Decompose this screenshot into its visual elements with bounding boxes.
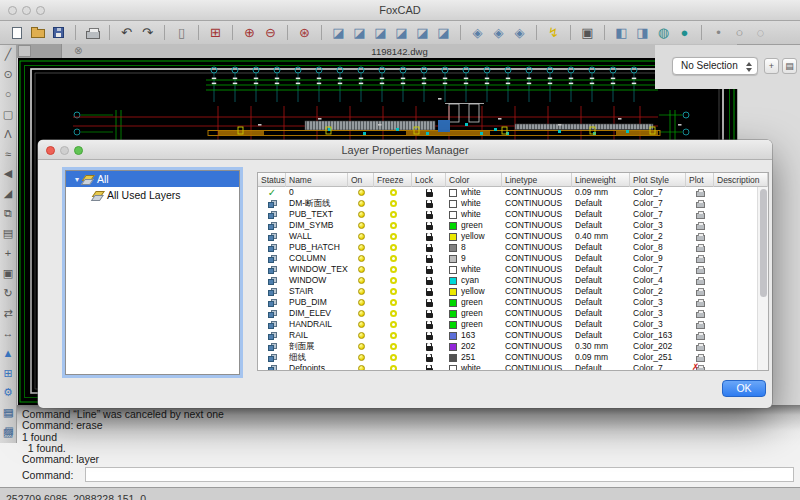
properties-page-button[interactable]: ▯ bbox=[171, 24, 192, 42]
color-swatch[interactable] bbox=[449, 288, 457, 296]
new-file-button[interactable] bbox=[6, 24, 27, 42]
layer-lock-toggle[interactable] bbox=[412, 200, 446, 208]
circle-tool[interactable]: ⊙ bbox=[3, 65, 12, 85]
layer-lineweight-cell[interactable]: Default bbox=[572, 275, 630, 286]
open-file-button[interactable] bbox=[27, 24, 48, 42]
layer-on-toggle[interactable] bbox=[348, 288, 374, 295]
layer-lineweight-cell[interactable]: Default bbox=[572, 220, 630, 231]
select-tool[interactable]: ◀ bbox=[4, 164, 12, 184]
layer-color-cell[interactable]: 8 bbox=[446, 242, 502, 253]
layer-row[interactable]: COLUMN9CONTINUOUSDefaultColor_9 bbox=[258, 253, 768, 264]
zoom-out-button[interactable]: ⊖ bbox=[260, 24, 281, 42]
color-swatch[interactable] bbox=[449, 244, 457, 252]
layer-row[interactable]: PUB_HATCH8CONTINUOUSDefaultColor_8 bbox=[258, 242, 768, 253]
color-swatch[interactable] bbox=[449, 354, 457, 362]
layer-freeze-toggle[interactable] bbox=[374, 299, 412, 306]
mirror-tool[interactable]: ↔ bbox=[3, 324, 14, 344]
layer-on-toggle[interactable] bbox=[348, 189, 374, 196]
layer-lock-toggle[interactable] bbox=[412, 277, 446, 285]
layer-row[interactable]: DM-断面线whiteCONTINUOUSDefaultColor_7 bbox=[258, 198, 768, 209]
layer-color-cell[interactable]: yellow bbox=[446, 231, 502, 242]
layer-linetype-cell[interactable]: CONTINUOUS bbox=[502, 308, 572, 319]
view-cube-2-button[interactable]: ◪ bbox=[349, 24, 370, 42]
layer-row[interactable]: RAIL163CONTINUOUSDefaultColor_163 bbox=[258, 330, 768, 341]
layer-plot-toggle[interactable] bbox=[686, 266, 714, 274]
fillet-tool[interactable]: ▲ bbox=[3, 344, 14, 364]
layer-plot-toggle[interactable] bbox=[686, 321, 714, 329]
view-cube-6-button[interactable]: ◪ bbox=[433, 24, 454, 42]
layer-linetype-cell[interactable]: CONTINUOUS bbox=[502, 198, 572, 209]
column-header-plot[interactable]: Plot bbox=[686, 173, 714, 187]
tree-item-all-used-layers[interactable]: All Used Layers bbox=[66, 187, 239, 203]
layer-color-cell[interactable]: green bbox=[446, 308, 502, 319]
screen-button[interactable]: ▣ bbox=[577, 24, 598, 42]
layer-row[interactable]: ✓0whiteCONTINUOUS0.09 mmColor_7 bbox=[258, 187, 768, 198]
command-input[interactable] bbox=[85, 467, 794, 482]
color-swatch[interactable] bbox=[449, 211, 457, 219]
layer-lineweight-cell[interactable]: Default bbox=[572, 242, 630, 253]
layer-color-cell[interactable]: cyan bbox=[446, 275, 502, 286]
layer-row[interactable]: HANDRAILgreenCONTINUOUSDefaultColor_3 bbox=[258, 319, 768, 330]
column-header-freeze[interactable]: Freeze bbox=[374, 173, 412, 187]
layer-lineweight-cell[interactable]: Default bbox=[572, 330, 630, 341]
table-scrollbar-thumb[interactable] bbox=[760, 189, 767, 297]
layer-color-cell[interactable]: white bbox=[446, 264, 502, 275]
layer-lock-toggle[interactable] bbox=[412, 321, 446, 329]
layer-color-cell[interactable]: white bbox=[446, 209, 502, 220]
layer-color-cell[interactable]: green bbox=[446, 297, 502, 308]
layer-linetype-cell[interactable]: CONTINUOUS bbox=[502, 363, 572, 371]
selection-plus-button[interactable]: + bbox=[764, 58, 779, 74]
layer-color-cell[interactable]: white bbox=[446, 363, 502, 371]
layer-on-toggle[interactable] bbox=[348, 211, 374, 218]
layer-freeze-toggle[interactable] bbox=[374, 277, 412, 284]
layer-lineweight-cell[interactable]: Default bbox=[572, 286, 630, 297]
view-cube-5-button[interactable]: ◪ bbox=[412, 24, 433, 42]
layer-row[interactable]: DIM_ELEVgreenCONTINUOUSDefaultColor_3 bbox=[258, 308, 768, 319]
layer-lineweight-cell[interactable]: 0.09 mm bbox=[572, 352, 630, 363]
layer-linetype-cell[interactable]: CONTINUOUS bbox=[502, 242, 572, 253]
layer-color-cell[interactable]: 9 bbox=[446, 253, 502, 264]
layer-plot-toggle[interactable] bbox=[686, 255, 714, 263]
color-swatch[interactable] bbox=[449, 332, 457, 340]
layer-plot-toggle[interactable] bbox=[686, 343, 714, 351]
color-swatch[interactable] bbox=[449, 266, 457, 274]
ok-button[interactable]: OK bbox=[722, 380, 766, 397]
layer-freeze-toggle[interactable] bbox=[374, 332, 412, 339]
disclosure-triangle-icon[interactable]: ▾ bbox=[72, 175, 82, 184]
column-header-linetype[interactable]: Linetype bbox=[502, 173, 572, 187]
layer-on-toggle[interactable] bbox=[348, 277, 374, 284]
undo-button[interactable]: ↶ bbox=[116, 24, 137, 42]
copy-tool[interactable]: ⧉ bbox=[4, 204, 12, 224]
drawing-tab[interactable]: ⊗ 1198142.dwg bbox=[61, 44, 737, 58]
color-swatch[interactable] bbox=[449, 255, 457, 263]
dialog-titlebar[interactable]: Layer Properties Manager bbox=[38, 140, 772, 160]
layer-color-cell[interactable]: 202 bbox=[446, 341, 502, 352]
layer-linetype-cell[interactable]: CONTINUOUS bbox=[502, 264, 572, 275]
layer-plot-toggle[interactable] bbox=[686, 189, 714, 197]
layer-lineweight-cell[interactable]: Default bbox=[572, 308, 630, 319]
layer-on-toggle[interactable] bbox=[348, 343, 374, 350]
lightning-button[interactable]: ↯ bbox=[543, 24, 564, 42]
tab-overflow-button[interactable] bbox=[18, 45, 31, 57]
layer-freeze-toggle[interactable] bbox=[374, 321, 412, 328]
layer-row[interactable]: WALLyellowCONTINUOUS0.40 mmColor_2 bbox=[258, 231, 768, 242]
color-swatch[interactable] bbox=[449, 365, 457, 372]
rectangle-tool[interactable]: ▢ bbox=[3, 105, 13, 125]
layer-on-toggle[interactable] bbox=[348, 222, 374, 229]
color-swatch[interactable] bbox=[449, 310, 457, 318]
zoom-in-button[interactable]: ⊕ bbox=[239, 24, 260, 42]
layer-plot-toggle[interactable] bbox=[686, 354, 714, 362]
layer-freeze-toggle[interactable] bbox=[374, 354, 412, 361]
layer-plot-toggle[interactable] bbox=[686, 277, 714, 285]
view-cube-1-button[interactable]: ◪ bbox=[328, 24, 349, 42]
column-header-on[interactable]: On bbox=[348, 173, 374, 187]
layer-lock-toggle[interactable] bbox=[412, 233, 446, 241]
layer-row[interactable]: STAIRyellowCONTINUOUSDefaultColor_2 bbox=[258, 286, 768, 297]
line-tool[interactable]: ╱ bbox=[5, 45, 12, 65]
layer-row[interactable]: DIM_SYMBgreenCONTINUOUSDefaultColor_3 bbox=[258, 220, 768, 231]
layer-on-toggle[interactable] bbox=[348, 266, 374, 273]
rail-image-icon[interactable]: ▨ bbox=[2, 425, 16, 436]
layer-freeze-toggle[interactable] bbox=[374, 189, 412, 196]
layer-freeze-toggle[interactable] bbox=[374, 266, 412, 273]
layer-linetype-cell[interactable]: CONTINUOUS bbox=[502, 253, 572, 264]
